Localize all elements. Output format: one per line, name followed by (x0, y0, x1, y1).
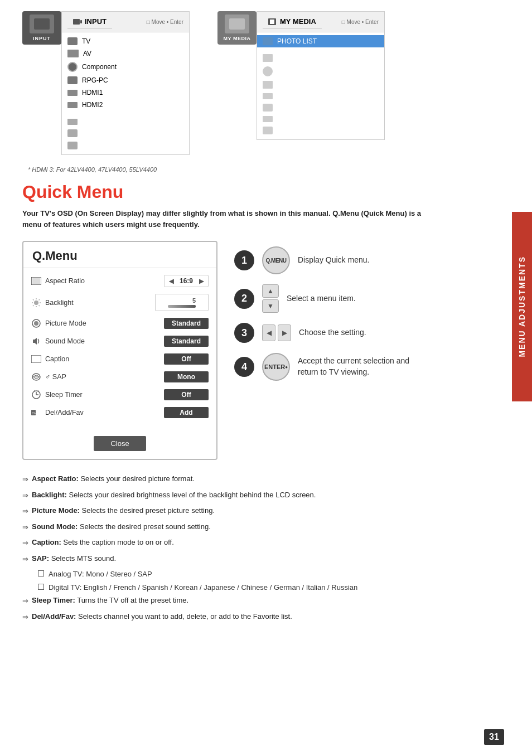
page-container: INPUT INPUT □ Move • Enter (0, 0, 532, 756)
qmenu-section: Q.Menu Aspect Ratio ◀ 16:9 ▶ (22, 241, 515, 460)
input-menu: INPUT □ Move • Enter TV AV (61, 11, 190, 155)
hdmi-footnote: * HDMI 3: For 42LV4400, 47LV4400, 55LV44… (28, 166, 515, 173)
input-item-av[interactable]: AV (62, 47, 189, 60)
svg-rect-5 (32, 278, 40, 284)
input-item-extra (62, 117, 189, 127)
extra-icon (67, 119, 78, 125)
input-menu-items: TV AV Component RPG-PC (62, 32, 189, 154)
step-3-desc: Choose the setting. (299, 327, 366, 338)
sap-value: Mono (164, 371, 209, 382)
qmenu-row-sound-mode[interactable]: Sound Mode Standard (23, 332, 216, 350)
av-icon (67, 50, 79, 57)
menu-adjustments-bar: MENU ADJUSTMENTS (512, 212, 532, 401)
bullet-picture-mode: ⇒ Picture Mode: Selects the desired pres… (22, 505, 502, 517)
arrow-right-button[interactable]: ▶ (278, 324, 291, 341)
mymedia-panel-wrapper: MY MEDIA MY MEDIA □ Move • Enter (217, 11, 385, 155)
step-3-row: 3 ◀ ▶ Choose the setting. (234, 323, 420, 343)
arrow-left-button[interactable]: ◀ (262, 324, 275, 341)
bullets-section: ⇒ Aspect Ratio: Selects your desired pic… (22, 473, 502, 622)
qmenu-button[interactable]: Q.MENU (262, 246, 290, 274)
qmenu-row-picture-mode[interactable]: Picture Mode Standard (23, 314, 216, 332)
svg-rect-3 (270, 20, 274, 24)
qmenu-row-aspect-ratio[interactable]: Aspect Ratio ◀ 16:9 ▶ (23, 272, 216, 290)
bullet-caption: ⇒ Caption: Sets the caption mode to on o… (22, 537, 502, 549)
mymedia-menu-title: MY MEDIA (263, 14, 322, 29)
deladd-value: Add (164, 407, 209, 418)
steps-panel: 1 Q.MENU Display Quick menu. 2 ▲ ▼ Selec… (234, 241, 420, 381)
step-1-desc: Display Quick menu. (298, 255, 369, 266)
input-item-extra3 (62, 139, 189, 152)
input-item-extra2 (62, 127, 189, 139)
arrow-up-button[interactable]: ▲ (262, 284, 279, 298)
picture-mode-value: Standard (164, 318, 209, 329)
step-2-row: 2 ▲ ▼ Select a menu item. (234, 284, 420, 313)
svg-point-16 (34, 321, 38, 326)
step-3-circle: 3 (234, 323, 254, 343)
qmenu-box-title: Q.Menu (23, 242, 216, 268)
qmenu-row-sleep-timer[interactable]: Sleep Timer Off (23, 386, 216, 404)
mymedia-icon-label: MY MEDIA (224, 36, 251, 41)
menu-adjustments-label: MENU ADJUSTMENTS (518, 256, 526, 357)
hdmi2-icon (67, 102, 78, 108)
sub-bullet-analog: Analog TV: Mono / Stereo / SAP (38, 569, 502, 580)
qmenu-row-caption[interactable]: Caption Off (23, 350, 216, 368)
qmenu-row-backlight[interactable]: Backlight 5 (23, 290, 216, 314)
svg-rect-0 (73, 19, 80, 25)
input-item-component[interactable]: Component (62, 60, 189, 74)
input-item-hdmi2[interactable]: HDMI2 (62, 99, 189, 111)
sound-mode-value: Standard (164, 336, 209, 347)
bullet-backlight: ⇒ Backlight: Selects your desired bright… (22, 490, 502, 501)
svg-line-13 (39, 299, 40, 301)
qmenu-close-button[interactable]: Close (94, 436, 146, 451)
step-4-circle: 4 (234, 357, 254, 377)
step-1-row: 1 Q.MENU Display Quick menu. (234, 246, 420, 274)
deladd-icon: CH (31, 408, 41, 417)
svg-line-14 (33, 305, 34, 306)
bullet-deladd: ⇒ Del/Add/Fav: Selects channel you want … (22, 611, 502, 623)
mymedia-title-icon (268, 18, 277, 26)
bullet-sound-mode: ⇒ Sound Mode: Selects the desired preset… (22, 521, 502, 533)
mymedia-item-5 (257, 91, 384, 101)
up-down-arrows-wrap: ▲ ▼ (262, 284, 279, 313)
sound-mode-icon (31, 337, 41, 346)
mymedia-item-7 (257, 114, 384, 124)
photo-icon (263, 37, 273, 45)
left-right-arrows-wrap: ◀ ▶ (262, 324, 291, 341)
input-title-icon (73, 18, 82, 26)
mymedia-item-6 (257, 101, 384, 114)
mymedia-item-photolist[interactable]: PHOTO LIST (257, 35, 384, 47)
input-panel-wrapper: INPUT INPUT □ Move • Enter (22, 11, 190, 155)
rgb-icon (67, 76, 78, 84)
input-item-tv[interactable]: TV (62, 35, 189, 47)
quick-menu-description: Your TV's OSD (On Screen Display) may di… (22, 208, 441, 230)
mymedia-icon-box: MY MEDIA (217, 11, 257, 45)
mymedia-menu-header: MY MEDIA □ Move • Enter (257, 12, 384, 32)
extra2-icon (67, 129, 78, 137)
sap-icon (31, 372, 41, 381)
enter-button[interactable]: ENTER● (262, 353, 290, 381)
input-item-hdmi1[interactable]: HDMI1 (62, 86, 189, 99)
extra3-icon (67, 142, 78, 149)
mymedia-item-8 (257, 124, 384, 137)
qmenu-close-row: Close (23, 430, 216, 459)
input-menu-title: INPUT (67, 14, 112, 29)
step-2-desc: Select a menu item. (287, 293, 356, 304)
aspect-ratio-value: ◀ 16:9 ▶ (164, 275, 209, 287)
input-item-rgbpc[interactable]: RPG-PC (62, 74, 189, 86)
caption-icon (31, 355, 41, 364)
backlight-icon (31, 298, 41, 307)
sub-bullet-digital: Digital TV: English / French / Spanish /… (38, 582, 502, 593)
backlight-value: 5 (155, 294, 209, 311)
tv-icon (67, 37, 78, 45)
bullet-aspect-ratio: ⇒ Aspect Ratio: Selects your desired pic… (22, 473, 502, 485)
mymedia-menu: MY MEDIA □ Move • Enter PHOTO LIST (257, 11, 385, 140)
step-2-circle: 2 (234, 289, 254, 309)
bullet-sap: ⇒ SAP: Selects MTS sound. (22, 553, 502, 565)
qmenu-row-sap[interactable]: ♂ SAP Mono (23, 368, 216, 386)
page-number: 31 (484, 729, 504, 745)
arrow-down-button[interactable]: ▼ (262, 299, 279, 313)
mymedia-nav-hint: □ Move • Enter (342, 19, 379, 25)
qmenu-box: Q.Menu Aspect Ratio ◀ 16:9 ▶ (22, 241, 217, 460)
qmenu-row-deladd[interactable]: CH Del/Add/Fav Add (23, 404, 216, 421)
picture-mode-icon (31, 319, 41, 328)
